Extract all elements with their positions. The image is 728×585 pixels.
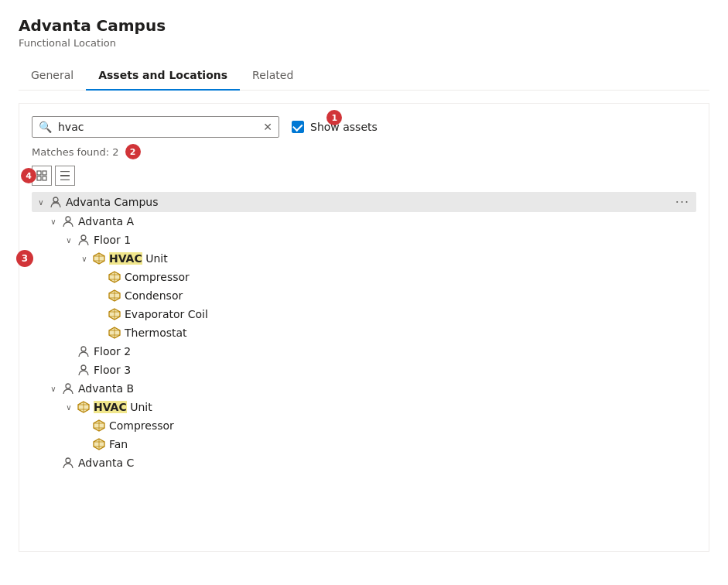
asset-icon-fan <box>92 437 106 451</box>
chevron-advanta-campus <box>35 196 47 208</box>
svg-rect-0 <box>37 171 41 175</box>
asset-icon-hvac-unit-1 <box>92 251 106 265</box>
label-evaporator-coil: Evaporator Coil <box>125 308 208 320</box>
search-row: 🔍 ✕ 1 Show assets <box>32 116 696 138</box>
chevron-hvac-unit-2 <box>63 401 75 413</box>
svg-rect-6 <box>60 180 70 180</box>
tree-row-floor-3[interactable]: Floor 3 <box>32 361 696 379</box>
label-condensor-1: Condensor <box>125 289 183 302</box>
chevron-floor-1 <box>63 234 75 246</box>
tab-bar: General Assets and Locations Related <box>19 61 709 91</box>
tree-row-advanta-c[interactable]: Advanta C <box>32 453 696 472</box>
clear-icon[interactable]: ✕ <box>263 121 272 133</box>
asset-icon-hvac-unit-2 <box>77 400 91 414</box>
location-icon-advanta-a <box>61 214 75 228</box>
hvac-highlight-1: HVAC <box>109 252 142 265</box>
tree-row-compressor-2[interactable]: Compressor <box>32 416 696 435</box>
svg-point-12 <box>81 365 86 370</box>
svg-rect-2 <box>37 176 41 180</box>
label-advanta-c: Advanta C <box>78 457 134 469</box>
tree-row-advanta-campus[interactable]: Advanta Campus ··· <box>32 192 696 212</box>
asset-icon-thermostat <box>108 326 121 340</box>
show-assets-checkbox[interactable] <box>292 121 304 133</box>
show-assets-wrapper: 1 Show assets <box>292 121 378 133</box>
label-advanta-a: Advanta A <box>78 215 134 228</box>
tree-row-compressor-1[interactable]: Compressor <box>32 268 696 286</box>
page-header: Advanta Campus Functional Location <box>19 15 709 49</box>
search-input[interactable] <box>58 121 257 133</box>
tree-row-fan[interactable]: Fan <box>32 435 696 453</box>
chevron-hvac-unit-1 <box>78 252 91 265</box>
location-icon-floor-2 <box>77 344 91 358</box>
tree-row-condensor-1[interactable]: Condensor <box>32 286 696 305</box>
search-box: 🔍 ✕ <box>32 116 279 138</box>
svg-point-9 <box>66 217 70 221</box>
page-title: Advanta Campus <box>19 15 709 36</box>
badge-1: 1 <box>326 110 342 125</box>
chevron-advanta-a <box>47 215 60 228</box>
label-thermostat: Thermostat <box>125 327 187 339</box>
collapse-all-button[interactable] <box>55 166 75 186</box>
label-fan: Fan <box>109 438 128 450</box>
asset-icon-evaporator-coil <box>108 307 121 321</box>
svg-point-10 <box>81 235 86 240</box>
label-floor-2: Floor 2 <box>94 345 131 358</box>
toolbar-row: 4 <box>32 166 696 186</box>
show-assets-label: Show assets <box>310 121 378 133</box>
label-floor-1: Floor 1 <box>94 234 131 246</box>
label-advanta-b: Advanta B <box>78 382 134 395</box>
tree-row-hvac-unit-1[interactable]: 3 HVAC Unit <box>32 249 696 268</box>
more-button-advanta-campus[interactable]: ··· <box>672 194 693 210</box>
svg-point-7 <box>53 197 58 202</box>
label-advanta-campus: Advanta Campus <box>66 196 159 208</box>
asset-icon-condensor-1 <box>108 289 121 303</box>
svg-rect-1 <box>43 171 46 175</box>
badge-2: 2 <box>125 144 141 159</box>
chevron-advanta-b <box>47 382 60 395</box>
svg-point-13 <box>66 384 70 388</box>
asset-icon-compressor-1 <box>108 270 121 284</box>
asset-icon-compressor-2 <box>92 419 106 433</box>
matches-text: Matches found: 2 <box>32 146 119 158</box>
label-compressor-1: Compressor <box>125 271 190 283</box>
page-subtitle: Functional Location <box>19 37 709 49</box>
location-icon-advanta-b <box>61 381 75 395</box>
tab-assets-locations[interactable]: Assets and Locations <box>86 61 240 91</box>
svg-point-11 <box>81 347 86 351</box>
location-icon-floor-1 <box>77 233 91 247</box>
hvac-highlight-2: HVAC <box>94 401 127 413</box>
tree-row-floor-1[interactable]: Floor 1 <box>32 231 696 249</box>
location-icon-advanta-campus <box>49 195 63 209</box>
tree-row-evaporator-coil[interactable]: Evaporator Coil <box>32 305 696 323</box>
tree-row-floor-2[interactable]: Floor 2 <box>32 342 696 361</box>
content-area: 🔍 ✕ 1 Show assets Matches found: 2 2 4 <box>19 103 709 552</box>
tree-container: Advanta Campus ··· Advanta A <box>32 192 696 472</box>
badge-4: 4 <box>21 168 36 183</box>
search-icon: 🔍 <box>39 121 52 133</box>
svg-rect-4 <box>60 175 70 176</box>
tree-row-thermostat[interactable]: Thermostat <box>32 323 696 342</box>
matches-row: Matches found: 2 2 <box>32 144 696 159</box>
label-hvac-unit-1: HVAC Unit <box>109 252 168 265</box>
badge-3: 3 <box>16 250 33 267</box>
svg-rect-3 <box>43 176 46 180</box>
label-compressor-2: Compressor <box>109 419 174 432</box>
label-hvac-unit-2: HVAC Unit <box>94 401 152 413</box>
location-icon-advanta-c <box>61 456 75 470</box>
tab-related[interactable]: Related <box>240 61 306 91</box>
tree-row-hvac-unit-2[interactable]: HVAC Unit <box>32 398 696 416</box>
svg-rect-5 <box>60 171 70 172</box>
tree-row-advanta-b[interactable]: Advanta B <box>32 379 696 398</box>
location-icon-floor-3 <box>77 363 91 377</box>
label-floor-3: Floor 3 <box>94 364 131 376</box>
tree-row-advanta-a[interactable]: Advanta A <box>32 212 696 231</box>
tab-general[interactable]: General <box>19 61 86 91</box>
svg-point-14 <box>66 458 70 463</box>
